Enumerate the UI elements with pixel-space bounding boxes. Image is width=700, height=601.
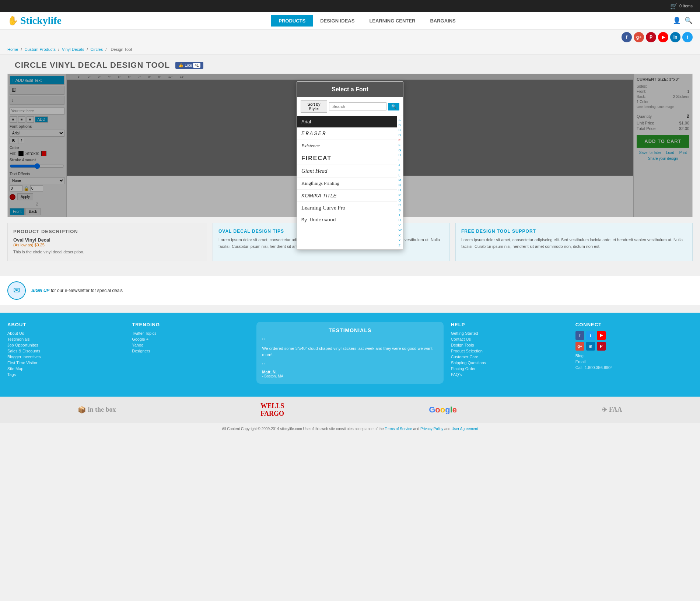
footer-link-google[interactable]: Google + (132, 337, 249, 341)
alpha-a[interactable]: A (399, 118, 402, 123)
alpha-i[interactable]: I (399, 158, 402, 163)
footer-link-tags[interactable]: Tags (7, 372, 125, 377)
alpha-n[interactable]: N (399, 183, 402, 188)
nav-item-design-ideas[interactable]: DESIGN IDEAS (313, 15, 362, 27)
font-item-eraser[interactable]: ERASER (297, 128, 397, 140)
alpha-k[interactable]: K (399, 168, 402, 173)
footer-link-product-selection[interactable]: Product Selection (451, 349, 568, 353)
alpha-r[interactable]: R (399, 203, 402, 208)
footer-copyright: All Content Copyright © 2009-2014 sticky… (0, 423, 700, 435)
alpha-o[interactable]: O (399, 188, 402, 193)
privacy-link[interactable]: Privacy Policy (420, 427, 443, 431)
font-item-learning[interactable]: Learning Curve Pro (297, 202, 397, 214)
font-search-button[interactable]: 🔍 (388, 103, 399, 110)
alpha-v[interactable]: V (399, 223, 402, 228)
user-icon[interactable]: 👤 (673, 17, 681, 25)
alpha-p[interactable]: P (399, 193, 402, 198)
font-search-input[interactable] (329, 102, 386, 110)
footer-link-sales[interactable]: Sales & Discounts (7, 349, 125, 353)
alpha-d[interactable]: D (399, 133, 402, 138)
font-list: Arial ERASER Existence FIRECAT Giant Hea… (297, 116, 397, 226)
font-item-komika[interactable]: KOMIKA TITLE (297, 190, 397, 202)
alpha-s[interactable]: S (399, 208, 402, 213)
footer-link-jobs[interactable]: Job Opportunites (7, 343, 125, 347)
footer-link-designers[interactable]: Designers (132, 349, 249, 353)
sign-up-link[interactable]: SIGN UP (31, 288, 49, 293)
font-item-arial[interactable]: Arial (297, 116, 397, 128)
sort-by-style-btn[interactable]: Sort by Style: (301, 100, 327, 113)
footer-link-about-us[interactable]: About Us (7, 331, 125, 335)
linkedin-button[interactable]: in (670, 32, 680, 42)
footer-link-email[interactable]: Email (575, 359, 693, 364)
twitter-button[interactable]: t (682, 32, 693, 42)
footer-about-col: ABOUT About Us Testimonials Job Opportun… (7, 322, 125, 384)
footer-link-twitter-topics[interactable]: Twitter Topics (132, 331, 249, 335)
footer-gplus-btn[interactable]: g+ (575, 342, 584, 351)
pinterest-button[interactable]: P (646, 32, 656, 42)
free-support-box: FREE DESIGN TOOL SUPPORT Lorem ipsum dol… (455, 223, 693, 261)
user-agreement-link[interactable]: User Agreement (451, 427, 478, 431)
like-button[interactable]: 👍 Like 41 (175, 62, 203, 69)
alpha-m[interactable]: M (399, 178, 402, 183)
top-bar: 🛒 0 Items (0, 0, 700, 12)
footer-connect-title: CONNECT (575, 322, 693, 327)
footer-help-col: HELP Getting Started Contact Us Design T… (451, 322, 568, 384)
alpha-q[interactable]: Q (399, 198, 402, 203)
alpha-f[interactable]: F (399, 143, 402, 148)
footer-link-shipping[interactable]: Shipping Questions (451, 361, 568, 365)
breadcrumb-vinyl-decals[interactable]: Vinyl Decals (62, 47, 84, 52)
footer-link-getting-started[interactable]: Getting Started (451, 331, 568, 335)
footer-link-customer-care[interactable]: Customer Care (451, 355, 568, 359)
nav-item-learning-center[interactable]: LEARNING CENTER (362, 15, 423, 27)
alpha-w[interactable]: W (399, 228, 402, 233)
main-content: CIRCLE VINYL DECAL DESIGN TOOL 👍 Like 41… (0, 55, 700, 268)
logo-text[interactable]: Stickylife (20, 15, 62, 27)
googleplus-button[interactable]: g+ (634, 32, 644, 42)
breadcrumb-custom-products[interactable]: Custom Products (25, 47, 56, 52)
font-item-myunderwood[interactable]: My Underwood (297, 214, 397, 226)
footer-link-faq[interactable]: FAQ's (451, 372, 568, 377)
search-icon[interactable]: 🔍 (685, 17, 693, 25)
font-item-gianthead[interactable]: Giant Head (297, 165, 397, 178)
cart-info: 🛒 0 Items (670, 3, 693, 10)
font-item-firecat[interactable]: FIRECAT (297, 152, 397, 165)
footer-link-blog[interactable]: Blog (575, 354, 693, 358)
font-modal-body: Arial ERASER Existence FIRECAT Giant Hea… (297, 116, 403, 249)
alpha-e[interactable]: E (399, 138, 402, 143)
footer-link-design-tools[interactable]: Design Tools (451, 343, 568, 347)
alpha-z[interactable]: Z (399, 243, 402, 248)
terms-link[interactable]: Terms of Service (385, 427, 412, 431)
alpha-l[interactable]: L (399, 173, 402, 178)
breadcrumb-home[interactable]: Home (7, 47, 18, 52)
facebook-button[interactable]: f (622, 32, 632, 42)
footer-link-first-time[interactable]: First Time Visitor (7, 361, 125, 365)
alpha-b[interactable]: B (399, 123, 402, 128)
footer-link-contact-us[interactable]: Contact Us (451, 337, 568, 341)
alpha-x[interactable]: X (399, 233, 402, 238)
alpha-j[interactable]: J (399, 163, 402, 168)
cart-items: 0 Items (679, 4, 693, 8)
font-item-kingthings[interactable]: Kingthings Printing (297, 178, 397, 190)
alpha-u[interactable]: U (399, 218, 402, 223)
footer-link-sitemap[interactable]: Site Map (7, 366, 125, 371)
footer-link-yahoo[interactable]: Yahoo (132, 343, 249, 347)
footer-twitter-btn[interactable]: t (586, 331, 595, 340)
nav-item-bargains[interactable]: BARGAINS (423, 15, 463, 27)
footer-link-testimonials[interactable]: Testimonials (7, 337, 125, 341)
footer-link-blogger[interactable]: Blogger Incentives (7, 355, 125, 359)
footer-facebook-btn[interactable]: f (575, 331, 584, 340)
alpha-g[interactable]: G (399, 148, 402, 153)
footer-youtube-btn[interactable]: ▶ (597, 331, 606, 340)
alpha-t[interactable]: T (399, 213, 402, 218)
alpha-c[interactable]: C (399, 128, 402, 133)
breadcrumb-circles[interactable]: Circles (91, 47, 103, 52)
alpha-h[interactable]: H (399, 153, 402, 158)
footer-pinterest-btn[interactable]: P (597, 342, 606, 351)
footer-linkedin-btn[interactable]: in (586, 342, 595, 351)
youtube-button[interactable]: ▶ (658, 32, 668, 42)
product-price-low: (As low as) $0.25 (13, 243, 201, 247)
nav-item-products[interactable]: PRODUCTS (271, 15, 313, 27)
font-item-existence[interactable]: Existence (297, 140, 397, 152)
footer-link-placing-order[interactable]: Placing Order (451, 366, 568, 371)
alpha-y[interactable]: Y (399, 238, 402, 243)
